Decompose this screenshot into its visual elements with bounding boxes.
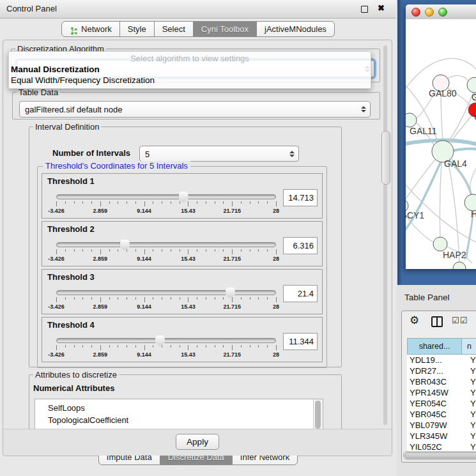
threshold-3-label: Threshold 3 — [47, 272, 95, 282]
interval-definition-group: Interval Definition Number of Intervals … — [29, 122, 342, 367]
threshold-2-slider[interactable]: -3.4262.8599.14415.4321.71528 — [56, 240, 276, 264]
checkbox-icons[interactable]: ☑☑ — [452, 316, 468, 325]
cell-name[interactable]: YDL1 — [463, 355, 476, 365]
cell-name[interactable]: YBL0 — [463, 420, 476, 430]
threshold-2-value-field[interactable]: 6.316 — [283, 237, 318, 254]
table-data-combobox[interactable]: galFiltered.sif default node — [19, 101, 371, 118]
table-horizontal-scrollbar[interactable] — [403, 451, 476, 460]
label-gcy1: GCY1 — [406, 210, 424, 220]
slider-ticks — [56, 297, 276, 303]
node-gal11[interactable] — [406, 113, 417, 127]
slider-track[interactable] — [56, 290, 276, 295]
attribute-item[interactable]: SelfLoops — [48, 402, 323, 414]
cell-shared-name[interactable]: YBR045C — [407, 410, 463, 419]
network-view-window[interactable]: GAL80 G GAL11 GAL4 C GCY1 H HAP2 — [406, 4, 476, 269]
tab-network[interactable]: Network — [61, 21, 120, 37]
close-window-icon[interactable] — [411, 8, 420, 17]
threshold-3-panel: Threshold 3 -3.4262.8599.14415.4321.7152… — [42, 269, 323, 314]
cell-name[interactable]: YIL0 — [463, 442, 476, 452]
table-row[interactable]: YBR045CYBR0 — [407, 409, 476, 420]
algorithm-option-equal-width[interactable]: Equal Width/Frequency Discretization — [11, 75, 155, 85]
tab-select[interactable]: Select — [154, 21, 194, 37]
table-panel-title: Table Panel — [404, 293, 450, 302]
table-header-row: shared... n — [407, 338, 476, 355]
tab-cyni-toolbox[interactable]: Cyni Toolbox — [193, 21, 257, 37]
table-data-selected: galFiltered.sif default node — [25, 105, 122, 114]
table-row[interactable]: YDR27...YDR2 — [407, 365, 476, 376]
cell-name[interactable]: YDR2 — [463, 366, 476, 376]
cell-shared-name[interactable]: YDR27... — [407, 366, 463, 376]
node-bottom[interactable] — [453, 262, 466, 269]
label-partial-g: G — [472, 92, 476, 102]
cell-shared-name[interactable]: YER054C — [407, 399, 463, 408]
threshold-4-slider[interactable]: -3.4262.8599.14415.4321.71528 — [56, 335, 276, 360]
network-canvas[interactable]: GAL80 G GAL11 GAL4 C GCY1 H HAP2 — [406, 19, 476, 269]
cell-shared-name[interactable]: YBR043C — [407, 377, 463, 387]
table-toolbar: ⚙ ☑☑ — [402, 311, 476, 332]
number-of-intervals-combobox[interactable]: 5 — [139, 146, 299, 162]
screenshot-root: Control Panel ✖ NetworkStyleSelectCyni T… — [0, 0, 476, 476]
attribute-item[interactable]: TopologicalCoefficient — [48, 414, 323, 426]
node-hap2[interactable] — [433, 237, 447, 251]
table-panel-body: ⚙ ☑☑ shared... n YDL19...YDL1YDR27...YDR… — [401, 311, 476, 463]
cell-name[interactable]: YER0 — [463, 399, 476, 408]
label-gal80: GAL80 — [429, 88, 457, 98]
threshold-2-panel: Threshold 2 -3.4262.8599.14415.4321.7152… — [42, 221, 323, 266]
cell-name[interactable]: YBR0 — [463, 377, 476, 387]
cell-shared-name[interactable]: YPR145W — [407, 388, 463, 397]
tab-label: Style — [128, 22, 146, 36]
threshold-1-slider[interactable]: -3.4262.8599.14415.4321.71528 — [56, 192, 276, 216]
network-window-frame: GAL80 G GAL11 GAL4 C GCY1 H HAP2 — [397, 0, 476, 285]
cell-shared-name[interactable]: YDL19... — [407, 355, 463, 365]
table-row[interactable]: YBL079WYBL0 — [407, 420, 476, 431]
column-header-name[interactable]: n — [461, 338, 476, 355]
zoom-window-icon[interactable] — [438, 8, 447, 17]
network-graph: GAL80 G GAL11 GAL4 C GCY1 H HAP2 — [406, 19, 476, 269]
apply-button[interactable]: Apply — [176, 434, 219, 450]
table-row[interactable]: YER054CYER0 — [407, 398, 476, 409]
tab-style[interactable]: Style — [119, 21, 155, 37]
node-top-right[interactable] — [467, 77, 476, 93]
panel-vertical-scrollbar[interactable] — [381, 45, 389, 425]
cell-shared-name[interactable]: YIL052C — [407, 442, 463, 452]
tab-label: Network — [81, 22, 112, 36]
cell-name[interactable]: YLR3 — [463, 431, 476, 441]
network-window-titlebar[interactable] — [406, 4, 476, 20]
table-row[interactable]: YDL19...YDL1 — [407, 355, 476, 365]
slider-track[interactable] — [56, 338, 276, 343]
cell-name[interactable]: YPR1 — [463, 388, 476, 397]
gear-icon[interactable]: ⚙ — [410, 314, 419, 327]
threshold-1-value-field[interactable]: 14.713 — [283, 189, 318, 206]
threshold-3-slider[interactable]: -3.4262.8599.14415.4321.71528 — [56, 288, 276, 312]
slider-ticks — [56, 249, 276, 255]
close-panel-icon[interactable]: ✖ — [378, 3, 385, 13]
threshold-4-panel: Threshold 4 -3.4262.8599.14415.4321.7152… — [42, 317, 323, 362]
slider-scale-labels: -3.4262.8599.14415.4321.71528 — [56, 208, 276, 215]
cell-shared-name[interactable]: YLR345W — [407, 431, 463, 441]
apply-strip: Apply — [3, 429, 392, 456]
minimize-window-icon[interactable] — [425, 8, 434, 17]
threshold-1-panel: Threshold 1 -3.4262.8599.14415.4321.7152… — [42, 173, 323, 219]
tab-label: Select — [162, 22, 185, 36]
thresholds-group: Threshold's Coordinates for 5 Intervals … — [37, 166, 327, 368]
slider-track[interactable] — [56, 194, 276, 199]
column-header-shared-name[interactable]: shared... — [407, 338, 462, 355]
cell-shared-name[interactable]: YBL079W — [407, 420, 463, 430]
table-row[interactable]: YBR043CYBR0 — [407, 376, 476, 387]
float-panel-icon[interactable] — [361, 6, 368, 13]
split-view-icon[interactable] — [431, 316, 443, 327]
table-row[interactable]: YPR145WYPR1 — [407, 387, 476, 398]
numerical-attributes-label: Numerical Attributes — [33, 383, 114, 393]
threshold-4-label: Threshold 4 — [47, 320, 95, 330]
label-gal11: GAL11 — [410, 126, 437, 136]
table-row[interactable]: YLR345WYLR3 — [407, 431, 476, 441]
slider-track[interactable] — [56, 242, 276, 247]
control-panel: Control Panel ✖ NetworkStyleSelectCyni T… — [0, 0, 396, 476]
algorithm-option-manual[interactable]: Manual Discretization — [11, 65, 100, 74]
label-gal4: GAL4 — [444, 158, 467, 169]
interval-definition-label: Interval Definition — [33, 122, 101, 132]
threshold-4-value-field[interactable]: 11.344 — [283, 333, 318, 350]
threshold-3-value-field[interactable]: 21.4 — [283, 285, 318, 302]
tab-jactivemnodules[interactable]: jActiveMNodules — [256, 21, 335, 37]
cell-name[interactable]: YBR0 — [463, 410, 476, 419]
